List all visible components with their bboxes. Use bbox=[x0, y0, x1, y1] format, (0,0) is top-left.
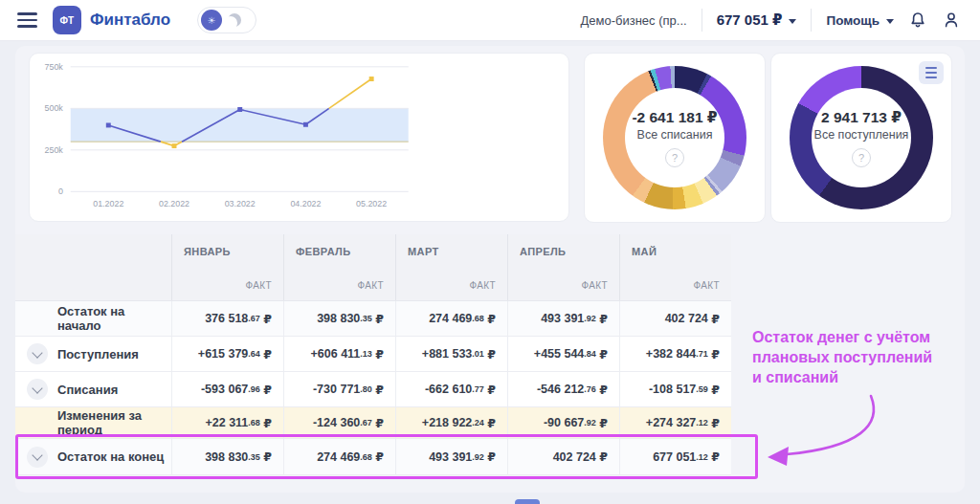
row-expand-chevron-icon[interactable] bbox=[27, 343, 48, 364]
value-cell[interactable]: -662 610.77 ₽ bbox=[395, 372, 507, 406]
svg-text:750k: 750k bbox=[45, 62, 64, 72]
brand-logo-icon[interactable]: ФТ bbox=[53, 6, 81, 34]
company-name[interactable]: Демо-бизнес (пр... bbox=[580, 13, 686, 28]
row-label-cell: Списания bbox=[15, 372, 171, 406]
row-label: Изменения за период bbox=[57, 408, 171, 437]
column-header-month-4[interactable]: АПРЕЛЬФАКТ bbox=[507, 234, 619, 300]
value-cell[interactable]: 402 724 ₽ bbox=[507, 439, 619, 474]
month-label: АПРЕЛЬ bbox=[520, 246, 608, 257]
value-cell[interactable]: +382 844.71 ₽ bbox=[619, 337, 731, 371]
data-point[interactable] bbox=[172, 143, 177, 148]
row-expand-chevron-icon[interactable] bbox=[27, 447, 48, 468]
value-cell[interactable]: +22 311.68 ₽ bbox=[171, 407, 283, 438]
value-cell[interactable]: 402 724 ₽ bbox=[619, 301, 731, 336]
svg-text:03.2022: 03.2022 bbox=[225, 199, 256, 208]
svg-text:01.2022: 01.2022 bbox=[93, 199, 123, 208]
top-bar-left: ФТ Финтабло ☀ bbox=[0, 6, 256, 34]
annotation-line: и списаний bbox=[752, 367, 970, 387]
help-question-icon[interactable]: ? bbox=[852, 148, 871, 167]
expenses-donut-card: -2 641 181 ₽ Все списания ? bbox=[584, 53, 766, 223]
dark-theme-moon-icon[interactable] bbox=[228, 13, 241, 27]
svg-text:05.2022: 05.2022 bbox=[356, 199, 387, 208]
table-row: Поступления+615 379.64 ₽+606 411.13 ₽+88… bbox=[15, 337, 731, 372]
value-cell[interactable]: +606 411.13 ₽ bbox=[283, 337, 395, 371]
divider bbox=[811, 9, 812, 32]
data-point[interactable] bbox=[237, 107, 242, 112]
value-cell[interactable]: 274 469.68 ₽ bbox=[283, 439, 395, 474]
value-cell[interactable]: 493 391.92 ₽ bbox=[395, 439, 507, 474]
svg-text:0: 0 bbox=[58, 186, 63, 196]
column-header-month-5[interactable]: МАЙФАКТ bbox=[619, 234, 731, 300]
row-label-cell: Остаток на конец bbox=[15, 439, 171, 474]
balance-dropdown[interactable]: 677 051 ₽ bbox=[717, 11, 797, 29]
table-row: Изменения за период+22 311.68 ₽-124 360.… bbox=[15, 407, 731, 439]
annotation-line: Остаток денег с учётом bbox=[752, 327, 970, 347]
value-cell[interactable]: +615 379.64 ₽ bbox=[171, 337, 283, 371]
column-header-month-2[interactable]: ФЕВРАЛЬФАКТ bbox=[283, 234, 395, 300]
row-label-cell: Остаток на начало bbox=[15, 301, 171, 336]
notifications-bell-icon[interactable] bbox=[908, 11, 927, 30]
hamburger-menu-icon[interactable] bbox=[15, 9, 39, 32]
table-row: Остаток на начало376 518.67 ₽398 830.35 … bbox=[15, 301, 731, 337]
annotation-line: плановых поступлений bbox=[752, 347, 970, 367]
table-header-row: ЯНВАРЬФАКТФЕВРАЛЬФАКТМАРТФАКТАПРЕЛЬФАКТМ… bbox=[15, 234, 731, 301]
row-label-cell: Поступления bbox=[15, 337, 171, 371]
svg-text:250k: 250k bbox=[45, 145, 64, 155]
value-cell[interactable]: 274 469.68 ₽ bbox=[395, 301, 507, 336]
card-menu-icon[interactable] bbox=[919, 61, 944, 84]
value-cell[interactable]: +274 327.12 ₽ bbox=[619, 407, 731, 438]
value-cell[interactable]: 677 051.12 ₽ bbox=[619, 439, 731, 474]
value-cell[interactable]: -108 517.59 ₽ bbox=[619, 372, 731, 406]
income-donut-chart[interactable] bbox=[790, 66, 933, 209]
value-cell[interactable]: 398 830.35 ₽ bbox=[171, 439, 283, 474]
value-cell[interactable]: -730 771.80 ₽ bbox=[283, 372, 395, 406]
row-expand-chevron-icon[interactable] bbox=[27, 379, 48, 400]
table-body: Остаток на начало376 518.67 ₽398 830.35 … bbox=[15, 301, 731, 475]
balance-line-chart[interactable]: 750k500k250k001.202202.202203.202204.202… bbox=[30, 54, 570, 221]
light-theme-sun-icon[interactable]: ☀ bbox=[201, 10, 222, 31]
data-point[interactable] bbox=[106, 122, 111, 127]
data-point[interactable] bbox=[303, 122, 308, 127]
income-donut-card: 2 941 713 ₽ Все поступления ? bbox=[770, 53, 952, 223]
data-point[interactable] bbox=[369, 77, 374, 81]
month-label: ЯНВАРЬ bbox=[184, 246, 272, 257]
fact-label: ФАКТ bbox=[296, 280, 384, 291]
value-cell[interactable]: 398 830.35 ₽ bbox=[283, 301, 395, 336]
top-bar: ФТ Финтабло ☀ Демо-бизнес (пр... 677 051… bbox=[0, 0, 980, 41]
fact-label: ФАКТ bbox=[408, 280, 496, 291]
value-cell[interactable]: 493 391.92 ₽ bbox=[507, 301, 619, 336]
value-cell[interactable]: +455 544.84 ₽ bbox=[507, 337, 619, 371]
fact-label: ФАКТ bbox=[632, 280, 720, 291]
value-cell[interactable]: -593 067.96 ₽ bbox=[171, 372, 283, 406]
help-label: Помощь bbox=[826, 13, 880, 28]
value-cell[interactable]: -90 667.92 ₽ bbox=[507, 407, 619, 438]
dashboard-panel: 750k500k250k001.202202.202203.202204.202… bbox=[15, 46, 965, 493]
column-header-month-3[interactable]: МАРТФАКТ bbox=[395, 234, 507, 300]
value-cell[interactable]: -124 360.67 ₽ bbox=[283, 407, 395, 438]
help-dropdown[interactable]: Помощь bbox=[826, 13, 894, 28]
user-profile-icon[interactable] bbox=[942, 11, 961, 30]
month-label: МАЙ bbox=[632, 246, 720, 257]
chevron-down-icon bbox=[886, 19, 894, 24]
expenses-donut-chart[interactable] bbox=[603, 66, 746, 209]
theme-toggle[interactable]: ☀ bbox=[197, 7, 256, 33]
divider bbox=[702, 9, 702, 32]
cashflow-table: ЯНВАРЬФАКТФЕВРАЛЬФАКТМАРТФАКТАПРЕЛЬФАКТМ… bbox=[15, 234, 731, 475]
help-question-icon[interactable]: ? bbox=[665, 148, 684, 167]
fact-label: ФАКТ bbox=[520, 280, 608, 291]
table-row: Списания-593 067.96 ₽-730 771.80 ₽-662 6… bbox=[15, 372, 731, 407]
scroll-indicator[interactable] bbox=[515, 499, 540, 504]
row-label-cell: Изменения за период bbox=[15, 407, 171, 438]
row-label: Остаток на начало bbox=[57, 304, 171, 333]
value-cell[interactable]: -546 212.76 ₽ bbox=[507, 372, 619, 406]
column-header-month-1[interactable]: ЯНВАРЬФАКТ bbox=[171, 234, 283, 300]
month-label: МАРТ bbox=[408, 246, 496, 257]
fact-label: ФАКТ bbox=[184, 280, 272, 291]
value-cell[interactable]: +218 922.24 ₽ bbox=[395, 407, 507, 438]
brand[interactable]: ФТ Финтабло bbox=[53, 6, 170, 34]
value-cell[interactable]: 376 518.67 ₽ bbox=[171, 301, 283, 336]
balance-value: 677 051 ₽ bbox=[717, 11, 783, 29]
value-cell[interactable]: +881 533.01 ₽ bbox=[395, 337, 507, 371]
svg-text:02.2022: 02.2022 bbox=[159, 199, 189, 208]
row-label: Поступления bbox=[57, 347, 139, 362]
